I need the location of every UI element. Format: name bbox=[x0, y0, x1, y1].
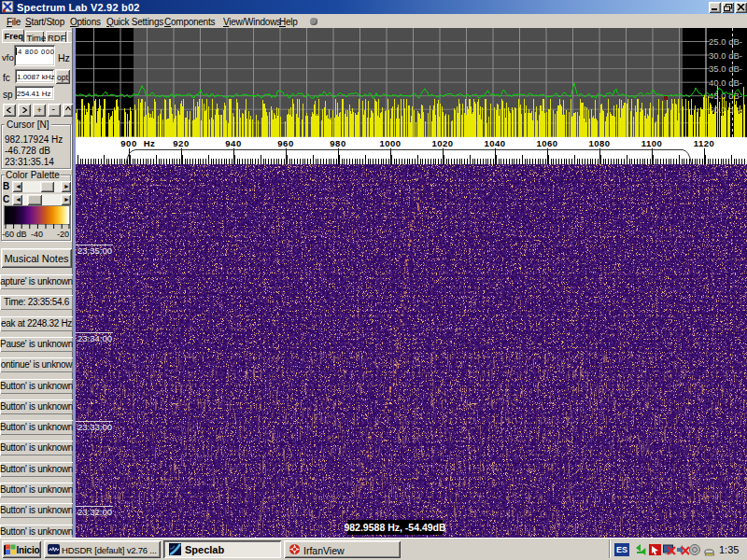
svg-text:1120: 1120 bbox=[694, 138, 715, 148]
svg-text:23:33:00: 23:33:00 bbox=[78, 422, 112, 432]
svg-text:23:34:00: 23:34:00 bbox=[78, 333, 112, 343]
svg-text:35.0 dB-: 35.0 dB- bbox=[709, 63, 742, 74]
svg-text:1100: 1100 bbox=[641, 138, 663, 148]
svg-text:23:32:00: 23:32:00 bbox=[78, 507, 112, 517]
svg-text:30.0 dB-: 30.0 dB- bbox=[709, 50, 742, 61]
svg-text:25.0 dB-: 25.0 dB- bbox=[709, 36, 742, 47]
svg-text:Hz: Hz bbox=[144, 138, 156, 148]
svg-text:982.9588 Hz, -54.49dB: 982.9588 Hz, -54.49dB bbox=[344, 522, 446, 533]
svg-text:1080: 1080 bbox=[588, 138, 610, 148]
svg-text:960: 960 bbox=[277, 138, 293, 148]
svg-text:940: 940 bbox=[225, 138, 241, 148]
svg-text:23:35:00: 23:35:00 bbox=[78, 245, 112, 256]
svg-text:1000: 1000 bbox=[379, 138, 401, 148]
svg-text:920: 920 bbox=[173, 138, 189, 148]
svg-text:1060: 1060 bbox=[536, 138, 557, 148]
svg-text:1020: 1020 bbox=[431, 138, 453, 148]
svg-text:980: 980 bbox=[330, 138, 345, 148]
svg-text:1040: 1040 bbox=[484, 138, 505, 148]
svg-text:40.0 dB-: 40.0 dB- bbox=[709, 77, 742, 88]
svg-text:900: 900 bbox=[120, 138, 136, 148]
